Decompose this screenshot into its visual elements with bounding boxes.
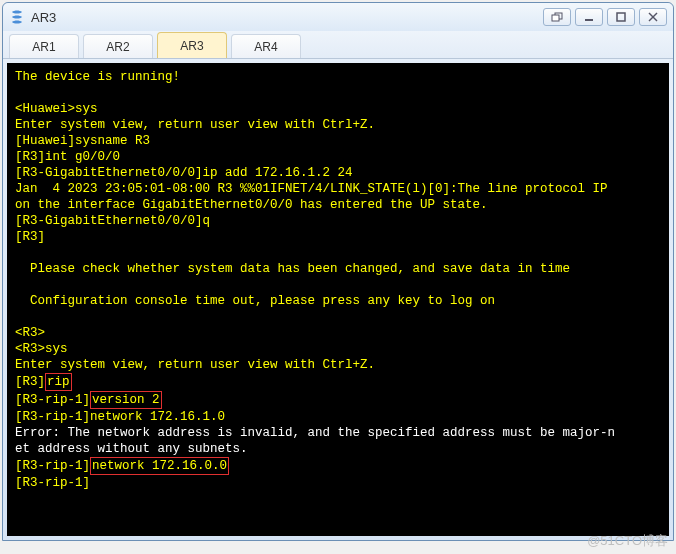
minimize-button[interactable]: [575, 8, 603, 26]
term-line: The device is running!: [15, 69, 661, 85]
highlight-rip: rip: [45, 373, 72, 391]
titlebar: AR3: [3, 3, 673, 31]
term-line: Enter system view, return user view with…: [15, 117, 661, 133]
tab-ar2[interactable]: AR2: [83, 34, 153, 58]
term-line: <R3>sys: [15, 341, 661, 357]
term-line: on the interface GigabitEthernet0/0/0 ha…: [15, 197, 661, 213]
term-line: Please check whether system data has bee…: [15, 261, 661, 277]
tab-label: AR1: [32, 40, 55, 54]
window-controls: [543, 8, 667, 26]
term-line: [R3-rip-1]version 2: [15, 391, 661, 409]
term-line: Configuration console time out, please p…: [15, 293, 661, 309]
tab-ar4[interactable]: AR4: [231, 34, 301, 58]
highlight-version: version 2: [90, 391, 162, 409]
tabstrip: AR1 AR2 AR3 AR4: [3, 31, 673, 59]
term-line: [Huawei]sysname R3: [15, 133, 661, 149]
terminal[interactable]: The device is running! <Huawei>sys Enter…: [7, 63, 669, 536]
highlight-network: network 172.16.0.0: [90, 457, 229, 475]
extra-window-button[interactable]: [543, 8, 571, 26]
close-button[interactable]: [639, 8, 667, 26]
maximize-button[interactable]: [607, 8, 635, 26]
svg-rect-3: [617, 13, 625, 21]
term-line: [R3-GigabitEthernet0/0/0]q: [15, 213, 661, 229]
term-error-line: et address without any subnets.: [15, 441, 661, 457]
tab-ar1[interactable]: AR1: [9, 34, 79, 58]
term-line: [R3-rip-1]network 172.16.1.0: [15, 409, 661, 425]
term-line: Jan 4 2023 23:05:01-08:00 R3 %%01IFNET/4…: [15, 181, 661, 197]
term-line: [R3-GigabitEthernet0/0/0]ip add 172.16.1…: [15, 165, 661, 181]
watermark: @51CTO博客: [587, 532, 668, 550]
term-line: Enter system view, return user view with…: [15, 357, 661, 373]
tab-label: AR2: [106, 40, 129, 54]
term-line: [R3]int g0/0/0: [15, 149, 661, 165]
term-line: <Huawei>sys: [15, 101, 661, 117]
term-line: [R3-rip-1]network 172.16.0.0: [15, 457, 661, 475]
term-line: [R3]rip: [15, 373, 661, 391]
term-line: <R3>: [15, 325, 661, 341]
tab-label: AR4: [254, 40, 277, 54]
term-line: [R3]: [15, 229, 661, 245]
term-line: [R3-rip-1]: [15, 475, 661, 491]
term-error-line: Error: The network address is invalid, a…: [15, 425, 661, 441]
app-window: AR3 AR1 AR2 AR3 AR4 The device is runnin…: [2, 2, 674, 541]
window-title: AR3: [31, 10, 543, 25]
app-icon: [9, 9, 25, 25]
tab-ar3[interactable]: AR3: [157, 32, 227, 58]
svg-rect-1: [552, 15, 559, 21]
tab-label: AR3: [180, 39, 203, 53]
